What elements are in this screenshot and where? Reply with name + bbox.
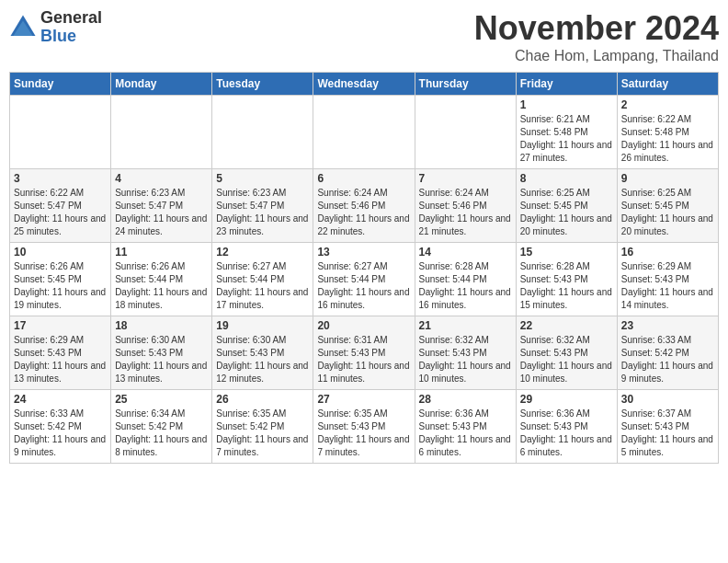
day-number: 11 — [115, 246, 208, 259]
day-detail: Sunrise: 6:36 AMSunset: 5:43 PMDaylight:… — [419, 408, 512, 459]
day-number: 8 — [520, 172, 613, 185]
calendar-cell: 23Sunrise: 6:33 AMSunset: 5:42 PMDayligh… — [617, 316, 718, 390]
day-detail: Sunrise: 6:28 AMSunset: 5:44 PMDaylight:… — [419, 260, 512, 312]
day-number: 18 — [115, 319, 208, 332]
day-detail: Sunrise: 6:34 AMSunset: 5:42 PMDaylight:… — [115, 408, 208, 459]
calendar-cell: 2Sunrise: 6:22 AMSunset: 5:48 PMDaylight… — [617, 96, 718, 169]
month-title: November 2024 — [474, 9, 719, 48]
day-number: 13 — [317, 246, 410, 259]
weekday-header-tuesday: Tuesday — [212, 73, 313, 96]
calendar-table: SundayMondayTuesdayWednesdayThursdayFrid… — [9, 72, 719, 464]
calendar-cell — [212, 96, 313, 169]
day-detail: Sunrise: 6:27 AMSunset: 5:44 PMDaylight:… — [216, 260, 309, 312]
calendar-cell — [313, 96, 415, 169]
calendar-cell: 9Sunrise: 6:25 AMSunset: 5:45 PMDaylight… — [617, 169, 718, 243]
calendar-body: 1Sunrise: 6:21 AMSunset: 5:48 PMDaylight… — [10, 96, 719, 464]
calendar-cell: 19Sunrise: 6:30 AMSunset: 5:43 PMDayligh… — [212, 316, 313, 390]
logo-line1: General — [40, 9, 102, 28]
day-number: 25 — [115, 393, 208, 406]
calendar-week-3: 10Sunrise: 6:26 AMSunset: 5:45 PMDayligh… — [10, 243, 719, 316]
day-number: 23 — [621, 319, 714, 332]
day-number: 20 — [317, 319, 410, 332]
calendar-cell: 12Sunrise: 6:27 AMSunset: 5:44 PMDayligh… — [212, 243, 313, 316]
day-detail: Sunrise: 6:36 AMSunset: 5:43 PMDaylight:… — [520, 408, 613, 459]
calendar-cell: 20Sunrise: 6:31 AMSunset: 5:43 PMDayligh… — [313, 316, 415, 390]
calendar-cell — [111, 96, 212, 169]
day-detail: Sunrise: 6:26 AMSunset: 5:44 PMDaylight:… — [115, 260, 208, 312]
page-header: General Blue November 2024 Chae Hom, Lam… — [9, 9, 719, 64]
logo-text: General Blue — [40, 9, 102, 46]
day-detail: Sunrise: 6:30 AMSunset: 5:43 PMDaylight:… — [115, 334, 208, 385]
day-detail: Sunrise: 6:23 AMSunset: 5:47 PMDaylight:… — [115, 187, 208, 238]
calendar-cell: 14Sunrise: 6:28 AMSunset: 5:44 PMDayligh… — [415, 243, 516, 316]
day-number: 30 — [621, 393, 714, 406]
calendar-cell: 30Sunrise: 6:37 AMSunset: 5:43 PMDayligh… — [617, 390, 718, 464]
day-detail: Sunrise: 6:28 AMSunset: 5:43 PMDaylight:… — [520, 260, 613, 312]
calendar-cell: 6Sunrise: 6:24 AMSunset: 5:46 PMDaylight… — [313, 169, 415, 243]
day-number: 4 — [115, 172, 208, 185]
day-detail: Sunrise: 6:32 AMSunset: 5:43 PMDaylight:… — [520, 334, 613, 385]
title-block: November 2024 Chae Hom, Lampang, Thailan… — [474, 9, 719, 64]
day-detail: Sunrise: 6:33 AMSunset: 5:42 PMDaylight:… — [14, 408, 107, 459]
day-detail: Sunrise: 6:26 AMSunset: 5:45 PMDaylight:… — [14, 260, 107, 312]
calendar-header-row: SundayMondayTuesdayWednesdayThursdayFrid… — [10, 73, 719, 96]
day-detail: Sunrise: 6:25 AMSunset: 5:45 PMDaylight:… — [520, 187, 613, 238]
day-detail: Sunrise: 6:32 AMSunset: 5:43 PMDaylight:… — [419, 334, 512, 385]
day-number: 14 — [419, 246, 512, 259]
day-number: 29 — [520, 393, 613, 406]
day-number: 5 — [216, 172, 309, 185]
calendar-cell: 7Sunrise: 6:24 AMSunset: 5:46 PMDaylight… — [415, 169, 516, 243]
day-number: 17 — [14, 319, 107, 332]
day-number: 7 — [419, 172, 512, 185]
calendar-cell: 26Sunrise: 6:35 AMSunset: 5:42 PMDayligh… — [212, 390, 313, 464]
calendar-week-5: 24Sunrise: 6:33 AMSunset: 5:42 PMDayligh… — [10, 390, 719, 464]
calendar-cell: 1Sunrise: 6:21 AMSunset: 5:48 PMDaylight… — [516, 96, 617, 169]
logo: General Blue — [9, 9, 102, 46]
day-detail: Sunrise: 6:35 AMSunset: 5:42 PMDaylight:… — [216, 408, 309, 459]
calendar-cell: 5Sunrise: 6:23 AMSunset: 5:47 PMDaylight… — [212, 169, 313, 243]
day-detail: Sunrise: 6:25 AMSunset: 5:45 PMDaylight:… — [621, 187, 714, 238]
day-number: 9 — [621, 172, 714, 185]
day-detail: Sunrise: 6:22 AMSunset: 5:48 PMDaylight:… — [621, 113, 714, 165]
weekday-header-thursday: Thursday — [415, 73, 516, 96]
calendar-cell: 24Sunrise: 6:33 AMSunset: 5:42 PMDayligh… — [10, 390, 111, 464]
day-number: 21 — [419, 319, 512, 332]
calendar-cell: 22Sunrise: 6:32 AMSunset: 5:43 PMDayligh… — [516, 316, 617, 390]
calendar-cell: 4Sunrise: 6:23 AMSunset: 5:47 PMDaylight… — [111, 169, 212, 243]
calendar-week-4: 17Sunrise: 6:29 AMSunset: 5:43 PMDayligh… — [10, 316, 719, 390]
calendar-cell — [10, 96, 111, 169]
day-number: 22 — [520, 319, 613, 332]
calendar-cell: 18Sunrise: 6:30 AMSunset: 5:43 PMDayligh… — [111, 316, 212, 390]
day-number: 26 — [216, 393, 309, 406]
day-number: 3 — [14, 172, 107, 185]
calendar-cell: 15Sunrise: 6:28 AMSunset: 5:43 PMDayligh… — [516, 243, 617, 316]
day-detail: Sunrise: 6:24 AMSunset: 5:46 PMDaylight:… — [317, 187, 410, 238]
calendar-cell: 8Sunrise: 6:25 AMSunset: 5:45 PMDaylight… — [516, 169, 617, 243]
day-number: 15 — [520, 246, 613, 259]
day-detail: Sunrise: 6:37 AMSunset: 5:43 PMDaylight:… — [621, 408, 714, 459]
calendar-week-2: 3Sunrise: 6:22 AMSunset: 5:47 PMDaylight… — [10, 169, 719, 243]
day-detail: Sunrise: 6:29 AMSunset: 5:43 PMDaylight:… — [621, 260, 714, 312]
day-detail: Sunrise: 6:35 AMSunset: 5:43 PMDaylight:… — [317, 408, 410, 459]
day-number: 19 — [216, 319, 309, 332]
calendar-cell: 29Sunrise: 6:36 AMSunset: 5:43 PMDayligh… — [516, 390, 617, 464]
day-detail: Sunrise: 6:29 AMSunset: 5:43 PMDaylight:… — [14, 334, 107, 385]
day-detail: Sunrise: 6:30 AMSunset: 5:43 PMDaylight:… — [216, 334, 309, 385]
calendar-week-1: 1Sunrise: 6:21 AMSunset: 5:48 PMDaylight… — [10, 96, 719, 169]
logo-icon — [9, 14, 37, 41]
calendar-cell: 17Sunrise: 6:29 AMSunset: 5:43 PMDayligh… — [10, 316, 111, 390]
day-detail: Sunrise: 6:23 AMSunset: 5:47 PMDaylight:… — [216, 187, 309, 238]
calendar-cell — [415, 96, 516, 169]
day-number: 12 — [216, 246, 309, 259]
calendar-cell: 28Sunrise: 6:36 AMSunset: 5:43 PMDayligh… — [415, 390, 516, 464]
day-number: 24 — [14, 393, 107, 406]
day-number: 28 — [419, 393, 512, 406]
day-number: 2 — [621, 98, 714, 111]
weekday-header-sunday: Sunday — [10, 73, 111, 96]
day-detail: Sunrise: 6:33 AMSunset: 5:42 PMDaylight:… — [621, 334, 714, 385]
day-detail: Sunrise: 6:31 AMSunset: 5:43 PMDaylight:… — [317, 334, 410, 385]
calendar-cell: 13Sunrise: 6:27 AMSunset: 5:44 PMDayligh… — [313, 243, 415, 316]
calendar-cell: 27Sunrise: 6:35 AMSunset: 5:43 PMDayligh… — [313, 390, 415, 464]
day-number: 16 — [621, 246, 714, 259]
calendar-cell: 16Sunrise: 6:29 AMSunset: 5:43 PMDayligh… — [617, 243, 718, 316]
